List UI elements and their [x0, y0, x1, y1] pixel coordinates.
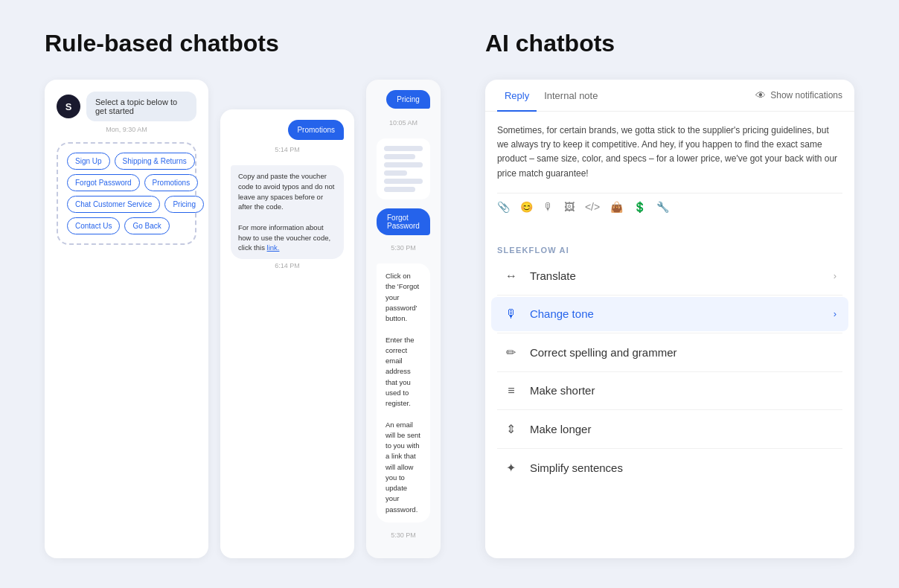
time2: 6:14 PM [231, 262, 344, 269]
promotions-chat: Promotions 5:14 PM Copy and paste the vo… [231, 120, 344, 275]
make-shorter-option[interactable]: ≡ Make shorter [491, 374, 848, 408]
shorter-icon: ≡ [503, 384, 519, 397]
bag-icon[interactable]: 👜 [610, 201, 623, 213]
forgot-answer: Click on the 'Forgot your password' butt… [377, 263, 430, 523]
password-chat: Pricing 10:05 AM Forgot Password [377, 90, 430, 545]
voucher-link[interactable]: link. [267, 243, 280, 252]
eye-icon: 👁 [755, 89, 766, 101]
timestamp: Mon, 9:30 AM [57, 126, 196, 133]
password-panel: Pricing 10:05 AM Forgot Password [366, 80, 441, 558]
code-icon[interactable]: </> [585, 201, 600, 213]
panel3-time1: 10:05 AM [377, 119, 430, 127]
chatbot-panels: S Select a topic below to get started Mo… [45, 80, 441, 558]
change-tone-label: Change tone [530, 307, 823, 320]
image-icon[interactable]: 🖼 [564, 201, 575, 213]
contact-us-button[interactable]: Contact Us [67, 217, 120, 234]
translate-option[interactable]: ↔ Translate › [491, 259, 848, 293]
tab-internal-note[interactable]: Internal note [537, 80, 605, 112]
signup-button[interactable]: Sign Up [67, 153, 110, 170]
line-4 [384, 170, 407, 176]
btn-row-1: Sign Up Shipping & Returns [67, 153, 186, 170]
promotions-reply: Copy and paste the voucher code to avoid… [231, 165, 344, 259]
settings-icon[interactable]: 🔧 [656, 201, 669, 213]
divider-4 [497, 409, 842, 410]
shipping-button[interactable]: Shipping & Returns [115, 153, 195, 170]
pricing-button[interactable]: Pricing [164, 196, 204, 213]
promotions-panel: Promotions 5:14 PM Copy and paste the vo… [220, 109, 354, 558]
attach-icon[interactable]: 📎 [497, 201, 510, 213]
line-2 [384, 154, 415, 159]
time1: 5:14 PM [231, 146, 344, 153]
simplify-icon: ✦ [503, 461, 519, 475]
simplify-label: Simplify sentences [530, 461, 836, 474]
change-tone-option[interactable]: 🎙 Change tone › [491, 297, 848, 331]
topic-menu-panel: S Select a topic below to get started Mo… [45, 80, 208, 558]
btn-row-3: Chat Customer Service Pricing [67, 196, 186, 213]
spelling-option[interactable]: ✏ Correct spelling and grammer [491, 335, 848, 370]
show-notifications[interactable]: 👁 Show notifications [755, 89, 842, 101]
line-3 [384, 162, 423, 167]
ai-toolbar: 📎 😊 🎙 🖼 </> 👜 💲 🔧 [497, 193, 842, 220]
panel3-time2: 5:30 PM [377, 244, 430, 252]
left-section: Rule-based chatbots S Select a topic bel… [45, 30, 441, 558]
panel3-time3: 5:30 PM [377, 531, 430, 539]
ai-body: Sometimes, for certain brands, we gotta … [485, 112, 854, 235]
promotions-button[interactable]: Promotions [144, 174, 199, 191]
ai-label: SLEEKFLOW AI [485, 235, 854, 259]
bot-prompt: Select a topic below to get started [86, 92, 196, 121]
forgot-bubble: Forgot Password [377, 208, 430, 235]
avatar: S [57, 95, 80, 118]
bot-header: S Select a topic below to get started [57, 92, 196, 121]
line-placeholders [377, 138, 430, 199]
ai-panel: Reply Internal note 👁 Show notifications… [485, 80, 854, 558]
spelling-icon: ✏ [503, 345, 519, 359]
change-tone-arrow: › [834, 308, 836, 319]
line-5 [384, 179, 423, 184]
button-grid-container: Sign Up Shipping & Returns Forgot Passwo… [57, 142, 196, 245]
btn-row-4: Contact Us Go Back [67, 217, 186, 234]
dollar-icon[interactable]: 💲 [633, 201, 646, 213]
mic-icon[interactable]: 🎙 [543, 201, 554, 213]
spelling-label: Correct spelling and grammer [530, 346, 836, 359]
button-grid: Sign Up Shipping & Returns Forgot Passwo… [67, 153, 186, 234]
make-shorter-label: Make shorter [530, 384, 836, 397]
divider-3 [497, 371, 842, 372]
left-title: Rule-based chatbots [45, 30, 441, 57]
translate-arrow: › [834, 270, 836, 281]
right-section: AI chatbots Reply Internal note 👁 Show n… [485, 30, 854, 558]
promotions-bubble: Promotions [288, 120, 344, 140]
forgot-password-button[interactable]: Forgot Password [67, 174, 140, 191]
line-1 [384, 146, 423, 151]
longer-icon: ⇕ [503, 422, 519, 436]
make-longer-label: Make longer [530, 423, 836, 435]
simplify-option[interactable]: ✦ Simplify sentences [491, 450, 848, 485]
go-back-button[interactable]: Go Back [124, 217, 169, 234]
pricing-bubble: Pricing [386, 90, 430, 109]
translate-label: Translate [530, 269, 823, 282]
tab-reply[interactable]: Reply [497, 80, 537, 112]
emoji-icon[interactable]: 😊 [520, 201, 533, 213]
btn-row-2: Forgot Password Promotions [67, 174, 186, 191]
divider-1 [497, 295, 842, 295]
chat-cs-button[interactable]: Chat Customer Service [67, 196, 160, 213]
ai-tabs: Reply Internal note 👁 Show notifications [485, 80, 854, 112]
divider-2 [497, 333, 842, 333]
translate-icon: ↔ [503, 269, 519, 283]
line-6 [384, 187, 415, 192]
make-longer-option[interactable]: ⇕ Make longer [491, 412, 848, 447]
divider-5 [497, 448, 842, 449]
right-title: AI chatbots [485, 30, 854, 57]
ai-text-content: Sometimes, for certain brands, we gotta … [497, 124, 842, 181]
microphone-icon: 🎙 [503, 307, 519, 321]
